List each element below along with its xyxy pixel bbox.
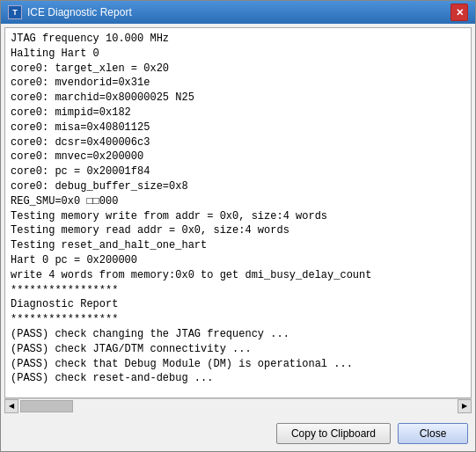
window: T ICE Diagnostic Report ✕ JTAG frequency… <box>0 0 476 452</box>
scroll-left-button[interactable]: ◀ <box>4 399 18 413</box>
window-close-button[interactable]: ✕ <box>450 4 468 21</box>
horizontal-scrollbar[interactable]: ◀ ▶ <box>4 398 472 412</box>
title-bar: T ICE Diagnostic Report ✕ <box>1 1 475 24</box>
app-icon: T <box>8 5 22 19</box>
text-area-wrapper: JTAG frequency 10.000 MHz Halting Hart 0… <box>4 27 472 398</box>
window-title: ICE Diagnostic Report <box>27 6 132 18</box>
h-scroll-thumb[interactable] <box>20 400 73 412</box>
content-area: JTAG frequency 10.000 MHz Halting Hart 0… <box>1 24 475 416</box>
diagnostic-text[interactable]: JTAG frequency 10.000 MHz Halting Hart 0… <box>5 28 471 397</box>
scroll-right-button[interactable]: ▶ <box>458 399 472 413</box>
footer: Copy to Clipboard Close <box>1 416 475 451</box>
title-bar-left: T ICE Diagnostic Report <box>8 5 132 19</box>
h-scroll-track[interactable] <box>18 399 458 412</box>
copy-to-clipboard-button[interactable]: Copy to Clipboard <box>276 423 391 444</box>
close-button[interactable]: Close <box>398 423 468 444</box>
